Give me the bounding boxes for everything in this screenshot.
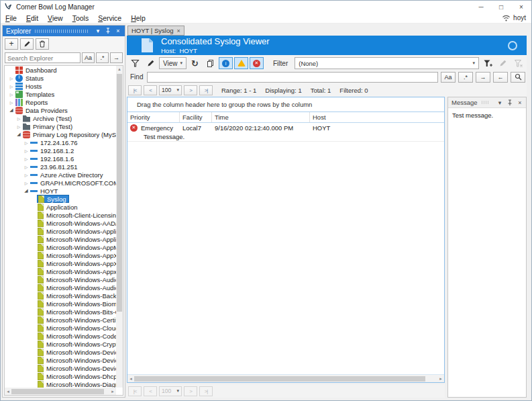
first-page-button[interactable]: |<: [128, 386, 142, 396]
tree-item-reports[interactable]: ▷Reports: [5, 98, 116, 106]
filter-combobox[interactable]: (None)▾: [295, 57, 479, 69]
expand-arrow-open-icon[interactable]: ◢: [15, 132, 22, 137]
expand-arrow-open-icon[interactable]: ◢: [8, 107, 15, 113]
next-page-button[interactable]: >: [184, 386, 197, 396]
column-header-facility[interactable]: Facility: [180, 112, 212, 122]
tree-item-microsoft-windows-audio-operational[interactable]: Microsoft-Windows-Audio/Operational: [5, 275, 116, 283]
tree-item-primary-test-[interactable]: ▷Primary (Test): [5, 122, 116, 130]
menu-file[interactable]: File: [1, 14, 21, 22]
tree-node[interactable]: Microsoft-Windows-Application-Experienc: [37, 235, 116, 243]
explorer-header[interactable]: Explorer ▾ ×: [3, 26, 125, 36]
tree-item-microsoft-windows-bits-client-operationa[interactable]: Microsoft-Windows-Bits-Client/Operationa: [5, 308, 116, 316]
find-match-case-button[interactable]: Aa: [441, 72, 456, 83]
tree-horizontal-scrollbar[interactable]: ◂ ▸: [5, 388, 116, 395]
tree-item-azure-active-directory[interactable]: ▷Azure Active Directory: [5, 171, 116, 179]
tree-node[interactable]: Data Providers: [15, 106, 70, 114]
tree-node[interactable]: Microsoft-Windows-Bits-Client/Operationa: [37, 308, 116, 316]
search-go-button[interactable]: →: [110, 52, 123, 63]
menu-service[interactable]: Service: [93, 14, 126, 22]
tree-item-microsoft-windows-devicemanagement-e[interactable]: Microsoft-Windows-DeviceManagement-E: [5, 348, 116, 356]
tree-item-microsoft-windows-appxdeployment-op[interactable]: Microsoft-Windows-AppXDeployment/Op: [5, 251, 116, 259]
add-button[interactable]: +: [5, 38, 18, 50]
maximize-button[interactable]: □: [491, 1, 511, 13]
close-icon[interactable]: ×: [114, 27, 122, 35]
tree-node[interactable]: 23.96.81.251: [30, 163, 79, 171]
tree-node[interactable]: Microsoft-Windows-Audio/Operational: [37, 275, 116, 283]
tree-node[interactable]: Microsoft-Windows-Audio/PlaybackManag: [37, 283, 116, 292]
tree-node[interactable]: Templates: [15, 90, 56, 98]
tree-item-microsoft-client-licensing-platform-admi[interactable]: Microsoft-Client-Licensing-Platform/Admi…: [5, 211, 116, 219]
scroll-left-icon[interactable]: ◂: [127, 375, 134, 382]
tree-vertical-scrollbar[interactable]: ▴: [116, 66, 123, 388]
tree-node[interactable]: Dashboard: [15, 66, 58, 74]
previous-page-button[interactable]: <: [144, 386, 157, 396]
tree-item-microsoft-windows-aad-operational[interactable]: Microsoft-Windows-AAD/Operational: [5, 219, 116, 227]
tree-item-192-168-1-2[interactable]: ▷192.168.1.2: [5, 146, 116, 154]
menu-help[interactable]: Help: [126, 14, 150, 22]
tree-item-microsoft-windows-biometrics-operationa[interactable]: Microsoft-Windows-Biometrics/Operationa: [5, 300, 116, 308]
tree-item-192-168-1-6[interactable]: ▷192.168.1.6: [5, 154, 116, 163]
expand-arrow-icon[interactable]: ▷: [23, 157, 30, 161]
menu-tools[interactable]: Tools: [68, 14, 94, 22]
expand-arrow-icon[interactable]: ▷: [15, 124, 22, 129]
tree-item-primary-log-repository-mysql-[interactable]: ◢Primary Log Repository (MySql): [5, 130, 116, 138]
tree-item-status[interactable]: ▷Status: [5, 74, 116, 82]
pin-icon[interactable]: [104, 27, 112, 35]
tree-node[interactable]: Microsoft-Client-Licensing-Platform/Admi…: [37, 211, 116, 219]
next-page-button[interactable]: >: [184, 85, 197, 95]
filter-funnel-button[interactable]: [128, 57, 142, 69]
panel-menu-icon[interactable]: ▾: [94, 27, 102, 35]
tree-node[interactable]: Microsoft-Windows-Biometrics/Operationa: [37, 300, 116, 308]
refresh-button[interactable]: ↻: [188, 57, 202, 69]
tree-node[interactable]: HOYT: [30, 187, 60, 195]
tree-node[interactable]: Microsoft-Windows-DeviceManagement-E: [37, 348, 116, 356]
find-previous-button[interactable]: ←: [493, 72, 508, 83]
tree-node[interactable]: Azure Active Directory: [30, 171, 105, 179]
tree-item-microsoft-windows-cloudstore-operation[interactable]: Microsoft-Windows-CloudStore/Operation: [5, 324, 116, 332]
match-case-button[interactable]: Aa: [82, 52, 95, 63]
last-page-button[interactable]: >|: [199, 85, 213, 95]
tree-node[interactable]: GRAPH.MICROSOFT.COM/69C0DE9C-9AC2-4E: [30, 179, 116, 187]
view-dropdown-button[interactable]: View▾: [159, 57, 187, 69]
regex-button[interactable]: .*: [96, 52, 109, 63]
tree-node[interactable]: Microsoft-Windows-Application-Experienc: [37, 227, 116, 235]
tree-node[interactable]: Archive (Test): [22, 114, 74, 122]
tree-node[interactable]: 192.168.1.2: [30, 146, 76, 154]
tree-node[interactable]: Microsoft-Windows-AppXDeployment/Op: [37, 251, 116, 259]
tree-item-microsoft-windows-devicesetupmanager-[interactable]: Microsoft-Windows-DeviceSetupManager/: [5, 364, 116, 372]
tree-node[interactable]: Application: [37, 203, 79, 211]
expand-arrow-icon[interactable]: ▷: [8, 84, 15, 89]
tree-node[interactable]: Microsoft-Windows-AppxPackaging/Opera: [37, 267, 116, 275]
expand-arrow-icon[interactable]: ▷: [23, 173, 30, 177]
tree-node[interactable]: Microsoft-Windows-Crypto-DPAPI/Operati: [37, 340, 116, 348]
show-error-toggle[interactable]: ✕: [250, 57, 264, 69]
tab-hoyt-syslog[interactable]: HOYT | Syslog ×: [127, 26, 184, 36]
tree-node[interactable]: 192.168.1.6: [30, 154, 76, 163]
column-header-priority[interactable]: Priority: [127, 112, 180, 122]
tree-node[interactable]: Microsoft-Windows-CertificateServicesCli…: [37, 316, 116, 324]
tree-item-application[interactable]: Application: [5, 203, 116, 211]
tree-node[interactable]: Primary (Test): [22, 122, 74, 130]
expand-arrow-icon[interactable]: ▷: [8, 100, 15, 105]
table-row[interactable]: ✕EmergencyLocal79/16/2020 02:12:40.000 P…: [127, 123, 444, 142]
column-header-host[interactable]: Host: [310, 112, 444, 122]
tree-item-graph-microsoft-com-69c0de9c-9ac2-4e[interactable]: ▷GRAPH.MICROSOFT.COM/69C0DE9C-9AC2-4E: [5, 179, 116, 187]
expand-arrow-icon[interactable]: ▷: [23, 148, 30, 153]
tree-item-archive-test-[interactable]: ▷Archive (Test): [5, 114, 116, 122]
tree-item-microsoft-windows-dhcp-client-admin[interactable]: Microsoft-Windows-Dhcp-Client/Admin: [5, 372, 116, 380]
minimize-button[interactable]: ─: [471, 1, 491, 13]
tree-item-microsoft-windows-crypto-dpapi-operati[interactable]: Microsoft-Windows-Crypto-DPAPI/Operati: [5, 340, 116, 348]
expand-arrow-icon[interactable]: ▷: [8, 76, 15, 81]
tree-item-microsoft-windows-backgroundtaskinfrast[interactable]: Microsoft-Windows-BackgroundTaskInfrast: [5, 292, 116, 300]
tree-item-microsoft-windows-application-experienc[interactable]: Microsoft-Windows-Application-Experienc: [5, 235, 116, 243]
tree-item-microsoft-windows-application-experienc[interactable]: Microsoft-Windows-Application-Experienc: [5, 227, 116, 235]
menu-view[interactable]: View: [43, 14, 68, 22]
page-size-dropdown[interactable]: 100▾: [159, 386, 182, 396]
pin-icon[interactable]: [506, 99, 514, 107]
expand-arrow-icon[interactable]: ▷: [8, 92, 15, 97]
panel-menu-icon[interactable]: ▾: [496, 99, 504, 107]
tree-node[interactable]: Microsoft-Windows-Diagnosis-DPS/Operat: [37, 380, 116, 388]
tree-node[interactable]: Reports: [15, 98, 50, 106]
scroll-right-icon[interactable]: ▸: [437, 375, 444, 382]
tree-node[interactable]: Microsoft-Windows-DeviceSetupManager/: [37, 356, 116, 364]
